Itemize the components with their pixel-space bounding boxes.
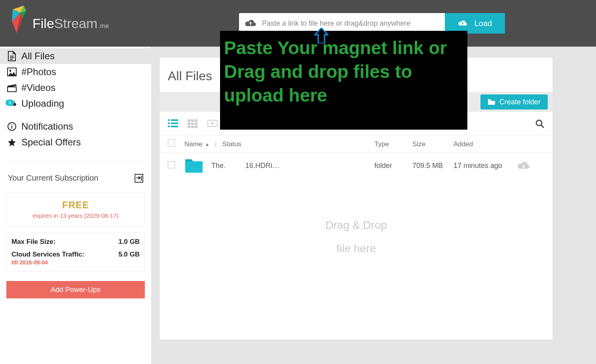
add-powerups-label: Add Power-Ups	[51, 286, 101, 294]
view-list-icon[interactable]	[168, 119, 178, 128]
nav-list: All Files #Photos #Videos 0 Uploading	[0, 47, 151, 150]
view-mode-group	[168, 119, 218, 128]
subscription-panel: Your Current Subscription FREE expires i…	[6, 161, 145, 298]
col-divider: |	[215, 140, 216, 148]
expand-icon[interactable]	[135, 174, 143, 183]
sidebar-item-label: #Videos	[21, 82, 55, 93]
brand-logo[interactable]: FileStream.me	[5, 6, 109, 41]
clapper-icon	[6, 83, 17, 92]
search-icon[interactable]	[535, 119, 545, 128]
cloud-upload-icon	[245, 19, 256, 28]
sidebar-item-all-files[interactable]: All Files	[0, 48, 151, 64]
add-powerups-button[interactable]: Add Power-Ups	[6, 281, 145, 298]
folder-plus-icon	[488, 99, 495, 105]
col-name[interactable]: Name	[184, 140, 202, 148]
svg-rect-24	[195, 123, 197, 125]
sidebar-item-label: Uploading	[21, 98, 64, 109]
sidebar-item-label: Notifications	[21, 121, 73, 132]
table-row[interactable]: The. 16.HDRi… folder 709.5 MB 17 minutes…	[160, 153, 552, 178]
sidebar-item-label: #Photos	[21, 66, 56, 77]
folder-icon	[184, 158, 203, 174]
svg-rect-11	[11, 124, 12, 125]
svg-rect-18	[171, 126, 178, 127]
svg-rect-26	[191, 126, 194, 128]
file-icon	[6, 51, 17, 61]
file-size: 709.5 MB	[412, 162, 454, 170]
col-status[interactable]: Status	[222, 140, 241, 148]
traffic-label: Cloud Services Traffic:	[11, 251, 84, 258]
col-size[interactable]: Size	[412, 140, 454, 148]
sidebar-item-label: Special Offers	[21, 137, 81, 148]
brand-name-b: Stream	[54, 16, 98, 31]
svg-rect-13	[168, 119, 170, 121]
svg-rect-21	[195, 119, 197, 122]
annotation-text: Paste Your magnet link or Drag and drop …	[224, 36, 463, 107]
info-icon	[6, 122, 17, 131]
upload-count-badge: 0	[6, 100, 14, 106]
sort-asc-icon: ▲	[205, 142, 209, 147]
svg-rect-23	[191, 123, 194, 125]
download-icon[interactable]	[517, 161, 545, 170]
cloud-upload-icon	[458, 20, 467, 27]
svg-rect-17	[171, 123, 178, 124]
svg-point-7	[9, 70, 11, 72]
svg-rect-15	[168, 126, 170, 127]
svg-rect-14	[168, 123, 170, 124]
dropzone[interactable]: Drag & Drop file here	[160, 178, 552, 339]
annotation-arrow-icon	[314, 28, 328, 43]
svg-rect-27	[195, 126, 197, 128]
svg-line-30	[541, 125, 544, 128]
file-type: folder	[374, 162, 412, 170]
plan-name: FREE	[8, 200, 143, 211]
view-player-icon[interactable]	[207, 119, 218, 128]
col-type[interactable]: Type	[374, 140, 412, 148]
row-checkbox[interactable]	[168, 161, 175, 168]
plan-card: FREE expires in 13 years (2029-08-17)	[6, 192, 145, 226]
traffic-value: 5.0 GB	[118, 251, 140, 258]
svg-rect-10	[11, 126, 12, 129]
table-header: Name ▲ | Status Type Size Added	[160, 136, 552, 153]
sidebar-item-special-offers[interactable]: Special Offers	[0, 134, 151, 150]
view-grid-icon[interactable]	[188, 119, 198, 128]
plan-expires: expires in 13 years (2029-08-17)	[8, 212, 143, 219]
svg-rect-12	[488, 99, 491, 100]
max-file-label: Max File Size:	[11, 238, 55, 246]
svg-rect-20	[191, 119, 194, 122]
traffic-till: till 2016-09-04	[11, 259, 140, 266]
star-icon	[6, 138, 17, 147]
svg-point-29	[536, 120, 542, 126]
col-added[interactable]: Added	[454, 140, 517, 148]
sidebar: All Files #Photos #Videos 0 Uploading	[0, 47, 151, 364]
svg-rect-25	[188, 126, 190, 128]
nav-separator	[0, 111, 151, 119]
create-folder-label: Create folder	[499, 98, 541, 106]
dropzone-line1: Drag & Drop	[160, 214, 552, 237]
subscription-title: Your Current Subscription	[8, 174, 98, 183]
sidebar-item-label: All Files	[21, 51, 55, 62]
limits-card: Max File Size: 1.0 GB Cloud Services Tra…	[6, 232, 145, 272]
brand-name-a: File	[32, 16, 54, 31]
parrot-icon	[5, 6, 29, 41]
file-added: 17 minutes ago	[454, 162, 517, 170]
load-button-label: Load	[475, 19, 492, 28]
image-icon	[6, 68, 17, 76]
sidebar-item-photos[interactable]: #Photos	[0, 64, 151, 80]
svg-rect-19	[188, 119, 190, 122]
annotation-overlay: Paste Your magnet link or Drag and drop …	[220, 31, 467, 130]
max-file-value: 1.0 GB	[118, 238, 140, 246]
select-all-checkbox[interactable]	[168, 140, 175, 147]
svg-rect-22	[188, 123, 190, 125]
brand-text: FileStream.me	[32, 16, 109, 31]
create-folder-button[interactable]: Create folder	[480, 94, 548, 109]
file-name: The. 16.HDRi…	[211, 162, 279, 170]
sidebar-item-notifications[interactable]: Notifications	[0, 119, 151, 134]
dropzone-line2: file here	[160, 237, 552, 260]
svg-rect-8	[8, 87, 16, 92]
sidebar-item-uploading[interactable]: 0 Uploading	[0, 96, 151, 111]
link-input[interactable]	[262, 19, 439, 28]
brand-suffix: .me	[98, 23, 109, 30]
svg-rect-16	[171, 119, 178, 121]
sidebar-item-videos[interactable]: #Videos	[0, 80, 151, 96]
